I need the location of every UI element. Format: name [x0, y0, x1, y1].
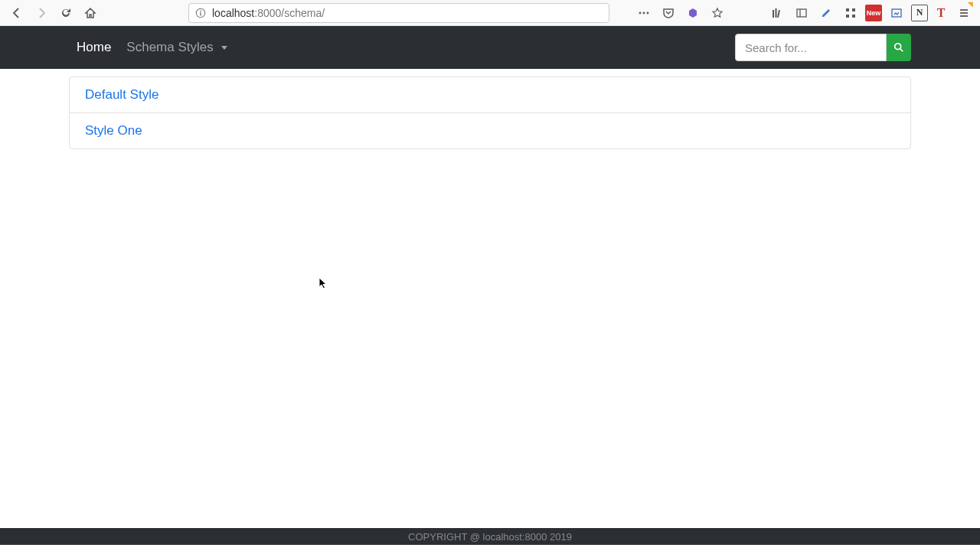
info-icon	[195, 8, 206, 18]
url-host: localhost	[212, 7, 254, 19]
more-actions-button[interactable]	[634, 3, 654, 23]
svg-point-4	[643, 11, 645, 14]
svg-point-1	[200, 10, 201, 11]
url-port: :8000	[254, 7, 281, 19]
svg-point-19	[895, 44, 901, 50]
back-button[interactable]	[6, 2, 28, 24]
svg-rect-8	[777, 9, 780, 17]
svg-rect-2	[200, 12, 201, 15]
library-icon[interactable]	[767, 3, 787, 23]
search-icon	[893, 42, 904, 53]
svg-rect-12	[852, 8, 855, 11]
svg-point-5	[647, 11, 649, 14]
svg-point-3	[639, 11, 642, 14]
search-input[interactable]	[735, 34, 887, 61]
nav-schema-styles-dropdown[interactable]: Schema Styles	[119, 34, 234, 61]
extension-screenshot-icon[interactable]	[887, 3, 906, 23]
chevron-down-icon	[221, 46, 227, 50]
svg-rect-11	[846, 8, 849, 11]
nav-dropdown-label: Schema Styles	[126, 40, 213, 55]
url-bar[interactable]: localhost:8000/schema/	[188, 3, 609, 23]
hamburger-menu-button[interactable]	[954, 3, 974, 23]
apps-icon[interactable]	[841, 3, 861, 23]
style-list: Default Style Style One	[69, 77, 911, 149]
svg-line-20	[900, 49, 903, 52]
extension-new-badge[interactable]: New	[865, 5, 882, 21]
svg-rect-7	[776, 8, 777, 18]
container-icon[interactable]	[683, 3, 703, 23]
nav-search	[735, 34, 911, 61]
url-path: /schema/	[281, 7, 325, 19]
browser-right-controls: New N T	[634, 3, 974, 23]
mouse-cursor	[318, 277, 328, 291]
home-button[interactable]	[80, 2, 101, 24]
svg-rect-15	[892, 9, 901, 17]
footer-text: COPYRIGHT @ localhost:8000 2019	[408, 531, 572, 543]
bookmark-star-icon[interactable]	[707, 3, 727, 23]
pocket-icon[interactable]	[658, 3, 678, 23]
forward-button[interactable]	[31, 2, 52, 24]
edit-icon[interactable]	[816, 3, 836, 23]
list-item[interactable]: Default Style	[70, 77, 910, 112]
main-content: Default Style Style One	[0, 69, 980, 157]
sidebar-icon[interactable]	[792, 3, 812, 23]
nav-home[interactable]: Home	[69, 34, 119, 61]
footer: COPYRIGHT @ localhost:8000 2019	[0, 528, 980, 545]
reload-button[interactable]	[55, 2, 77, 24]
svg-rect-13	[846, 15, 849, 18]
list-item[interactable]: Style One	[70, 112, 910, 148]
extension-n-icon[interactable]: N	[911, 5, 928, 21]
svg-rect-14	[852, 15, 855, 18]
extension-t-icon[interactable]: T	[933, 5, 949, 21]
browser-toolbar: localhost:8000/schema/ New	[0, 0, 980, 26]
app-navbar: Home Schema Styles	[0, 26, 980, 69]
search-button[interactable]	[887, 34, 911, 61]
svg-rect-6	[773, 10, 774, 18]
svg-rect-9	[797, 9, 806, 17]
